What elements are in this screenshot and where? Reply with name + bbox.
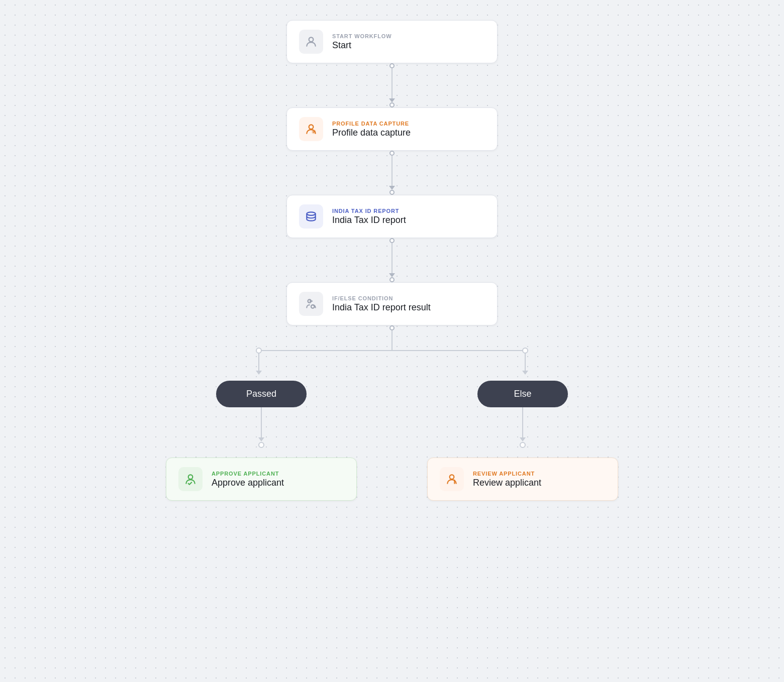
- passed-connector-svg: [256, 407, 266, 458]
- review-title: Review applicant: [473, 478, 541, 488]
- branch-pills-row: Passed Else: [166, 381, 618, 407]
- else-lower-connector: [427, 407, 618, 458]
- tax-id-node[interactable]: INDIA TAX ID REPORT India Tax ID report: [286, 195, 498, 238]
- connector-arrow-2: [389, 186, 395, 190]
- condition-node[interactable]: IF/ELSE CONDITION India Tax ID report re…: [286, 282, 498, 325]
- svg-point-13: [523, 348, 528, 353]
- svg-marker-10: [256, 371, 262, 375]
- connector-arrow-1: [389, 98, 395, 102]
- profile-data-node[interactable]: PROFILE DATA CAPTURE Profile data captur…: [286, 107, 498, 151]
- svg-point-12: [256, 348, 261, 353]
- bottom-nodes-row: APPROVE APPLICANT Approve applicant REVI…: [166, 458, 618, 501]
- condition-label: IF/ELSE CONDITION: [332, 295, 431, 301]
- connector-arrow-3: [389, 273, 395, 277]
- review-node-wrapper: REVIEW APPLICANT Review applicant: [427, 458, 618, 501]
- else-branch: Else: [427, 381, 618, 407]
- branch-connector-area: [116, 325, 668, 381]
- review-label: REVIEW APPLICANT: [473, 471, 541, 477]
- tax-title: India Tax ID report: [332, 215, 406, 225]
- connector-dot-3: [389, 238, 395, 243]
- connector-dot-1b: [389, 102, 395, 107]
- condition-icon: [299, 292, 323, 316]
- connector-dot-2: [389, 151, 395, 156]
- tax-label: INDIA TAX ID REPORT: [332, 208, 406, 214]
- review-icon: [440, 467, 464, 491]
- start-workflow-node[interactable]: START WORKFLOW Start: [286, 20, 498, 63]
- svg-point-20: [188, 475, 193, 479]
- passed-lower-connector: [166, 407, 357, 458]
- approve-node[interactable]: APPROVE APPLICANT Approve applicant: [166, 458, 357, 501]
- else-pill[interactable]: Else: [477, 381, 568, 407]
- approve-title: Approve applicant: [212, 478, 284, 488]
- svg-marker-15: [258, 437, 264, 441]
- approve-text-group: APPROVE APPLICANT Approve applicant: [212, 471, 284, 488]
- tax-text-group: INDIA TAX ID REPORT India Tax ID report: [332, 208, 406, 225]
- svg-point-19: [520, 442, 525, 447]
- tax-icon: [299, 204, 323, 229]
- connector-line-3: [391, 243, 393, 273]
- passed-pill[interactable]: Passed: [216, 381, 307, 407]
- start-title: Start: [332, 40, 391, 51]
- profile-label: PROFILE DATA CAPTURE: [332, 121, 411, 127]
- approve-icon: [178, 467, 203, 491]
- svg-point-21: [450, 475, 454, 479]
- connector-line-1: [391, 68, 393, 98]
- start-label: START WORKFLOW: [332, 33, 391, 39]
- branch-connectors-lower: [166, 407, 618, 458]
- profile-title: Profile data capture: [332, 128, 411, 138]
- profile-icon: [299, 117, 323, 141]
- connector-dot-1: [389, 63, 395, 68]
- connector-2: [389, 151, 395, 195]
- connector-line-2: [391, 156, 393, 186]
- condition-text-group: IF/ELSE CONDITION India Tax ID report re…: [332, 295, 431, 313]
- svg-point-0: [309, 37, 314, 42]
- svg-point-3: [307, 212, 315, 215]
- svg-point-1: [309, 125, 314, 129]
- svg-marker-11: [522, 371, 528, 375]
- review-text-group: REVIEW APPLICANT Review applicant: [473, 471, 541, 488]
- connector-3: [389, 238, 395, 282]
- profile-text-group: PROFILE DATA CAPTURE Profile data captur…: [332, 121, 411, 138]
- else-connector-svg: [518, 407, 528, 458]
- workflow-canvas: START WORKFLOW Start PROFILE DATA CAPTUR…: [116, 20, 668, 501]
- passed-branch: Passed: [166, 381, 357, 407]
- start-text-group: START WORKFLOW Start: [332, 33, 391, 51]
- connector-1: [389, 63, 395, 107]
- branch-svg: [166, 330, 618, 381]
- connector-dot-3b: [389, 277, 395, 282]
- svg-point-16: [259, 442, 264, 447]
- start-icon: [299, 30, 323, 54]
- branch-top-dot: [389, 325, 395, 330]
- condition-title: India Tax ID report result: [332, 302, 431, 313]
- approve-label: APPROVE APPLICANT: [212, 471, 284, 477]
- connector-dot-2b: [389, 190, 395, 195]
- approve-node-wrapper: APPROVE APPLICANT Approve applicant: [166, 458, 357, 501]
- svg-marker-18: [520, 437, 526, 441]
- review-node[interactable]: REVIEW APPLICANT Review applicant: [427, 458, 618, 501]
